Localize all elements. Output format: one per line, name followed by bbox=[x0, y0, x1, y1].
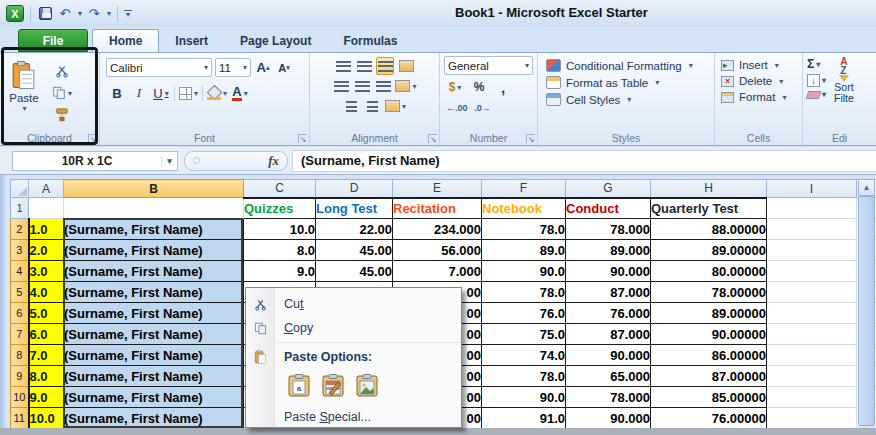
alignment-dialog-launcher-icon[interactable]: ↘ bbox=[428, 134, 437, 143]
cell-G4[interactable]: 90.000 bbox=[566, 261, 651, 282]
tab-insert[interactable]: Insert bbox=[159, 29, 224, 52]
cut-menuitem[interactable]: Cut bbox=[246, 292, 461, 316]
cell-F1[interactable]: Notebook bbox=[482, 198, 566, 219]
redo-caret-icon[interactable]: ▾ bbox=[107, 9, 111, 18]
row-header-6[interactable]: 6 bbox=[11, 303, 29, 324]
cell-F2[interactable]: 78.0 bbox=[482, 219, 566, 240]
top-align-button[interactable] bbox=[334, 57, 352, 75]
cell-D2[interactable]: 22.00 bbox=[316, 219, 393, 240]
decrease-indent-button[interactable] bbox=[343, 97, 361, 115]
cell-A4[interactable]: 3.0 bbox=[29, 261, 64, 282]
cell-G3[interactable]: 89.000 bbox=[566, 240, 651, 261]
shrink-font-button[interactable]: A▾ bbox=[275, 59, 293, 77]
cell-H2[interactable]: 88.00000 bbox=[651, 219, 767, 240]
cell-F3[interactable]: 89.0 bbox=[482, 240, 566, 261]
cell-G7[interactable]: 87.000 bbox=[566, 324, 651, 345]
font-size-select[interactable]: 11▾ bbox=[215, 58, 251, 77]
format-as-table-button[interactable]: Format as Table bbox=[546, 76, 712, 89]
cell-H7[interactable]: 90.00000 bbox=[651, 324, 767, 345]
cell-H8[interactable]: 86.00000 bbox=[651, 345, 767, 366]
cell-I3[interactable] bbox=[767, 240, 857, 261]
format-painter-button[interactable] bbox=[52, 106, 72, 124]
align-left-button[interactable] bbox=[332, 77, 350, 95]
row-header-8[interactable]: 8 bbox=[11, 345, 29, 366]
cell-A3[interactable]: 2.0 bbox=[29, 240, 64, 261]
grow-font-button[interactable]: A▴ bbox=[254, 59, 272, 77]
paste-option-formatting-button[interactable] bbox=[320, 373, 346, 399]
borders-button[interactable] bbox=[179, 84, 198, 102]
delete-button[interactable]: Delete bbox=[721, 75, 800, 87]
cell-A10[interactable]: 9.0 bbox=[29, 387, 64, 408]
row-header-7[interactable]: 7 bbox=[11, 324, 29, 345]
clear-button[interactable] bbox=[807, 90, 826, 99]
cell-H10[interactable]: 85.00000 bbox=[651, 387, 767, 408]
cell-I7[interactable] bbox=[767, 324, 857, 345]
cell-F7[interactable]: 75.0 bbox=[482, 324, 566, 345]
save-button[interactable] bbox=[37, 5, 53, 23]
excel-logo-icon[interactable]: X bbox=[6, 5, 24, 22]
cell-I1[interactable] bbox=[767, 198, 857, 219]
cell-D3[interactable]: 45.00 bbox=[316, 240, 393, 261]
cell-E2[interactable]: 234.000 bbox=[393, 219, 482, 240]
wrap-text-button[interactable] bbox=[385, 97, 406, 115]
cell-H11[interactable]: 76.00000 bbox=[651, 408, 767, 429]
cell-C2[interactable]: 10.0 bbox=[244, 219, 316, 240]
cell-D4[interactable]: 45.00 bbox=[316, 261, 393, 282]
cell-A8[interactable]: 7.0 bbox=[29, 345, 64, 366]
column-header-C[interactable]: C bbox=[244, 180, 316, 198]
cell-G6[interactable]: 76.000 bbox=[566, 303, 651, 324]
conditional-formatting-button[interactable]: Conditional Formatting bbox=[546, 59, 712, 72]
cell-H5[interactable]: 78.00000 bbox=[651, 282, 767, 303]
orientation-button[interactable] bbox=[397, 57, 415, 75]
italic-button[interactable]: I bbox=[130, 84, 148, 102]
cell-D1[interactable]: Long Test bbox=[316, 198, 393, 219]
cell-B11[interactable]: (Surname, First Name) bbox=[64, 408, 244, 429]
paste-option-picture-button[interactable] bbox=[354, 373, 380, 399]
row-header-1[interactable]: 1 bbox=[11, 198, 29, 219]
paste-special-menuitem[interactable]: Paste Special... bbox=[246, 405, 461, 429]
comma-button[interactable]: , bbox=[494, 78, 512, 96]
insert-button[interactable]: Insert bbox=[721, 59, 800, 71]
cell-F6[interactable]: 76.0 bbox=[482, 303, 566, 324]
vertical-scrollbar[interactable]: ▲ bbox=[858, 179, 875, 428]
paste-caret-icon[interactable]: ▾ bbox=[22, 104, 26, 113]
cell-I5[interactable] bbox=[767, 282, 857, 303]
decrease-decimal-button[interactable]: .0→ bbox=[474, 99, 492, 117]
cell-A9[interactable]: 8.0 bbox=[29, 366, 64, 387]
cell-B4[interactable]: (Surname, First Name) bbox=[64, 261, 244, 282]
cell-G10[interactable]: 78.000 bbox=[566, 387, 651, 408]
cell-F11[interactable]: 91.0 bbox=[482, 408, 566, 429]
fx-button[interactable]: fx bbox=[184, 151, 288, 171]
cell-A7[interactable]: 6.0 bbox=[29, 324, 64, 345]
cell-B2[interactable]: (Surname, First Name) bbox=[64, 219, 244, 240]
formula-input[interactable]: (Surname, First Name) bbox=[292, 150, 876, 172]
tab-file[interactable]: File bbox=[18, 29, 88, 52]
cell-H4[interactable]: 80.00000 bbox=[651, 261, 767, 282]
percent-button[interactable]: % bbox=[470, 78, 488, 96]
cell-G1[interactable]: Conduct bbox=[566, 198, 651, 219]
cell-E3[interactable]: 56.000 bbox=[393, 240, 482, 261]
column-header-D[interactable]: D bbox=[316, 180, 393, 198]
cell-C3[interactable]: 8.0 bbox=[244, 240, 316, 261]
undo-button[interactable]: ↶ bbox=[57, 5, 73, 23]
format-button[interactable]: Format bbox=[721, 91, 800, 103]
middle-align-button[interactable] bbox=[355, 57, 373, 75]
redo-button[interactable]: ↷ bbox=[86, 5, 102, 23]
paste-option-paste-button[interactable]: a bbox=[286, 373, 312, 399]
cell-I9[interactable] bbox=[767, 366, 857, 387]
sort-filter-button[interactable]: AZ Sort Filte bbox=[834, 57, 854, 129]
cell-I11[interactable] bbox=[767, 408, 857, 429]
undo-caret-icon[interactable]: ▾ bbox=[78, 9, 82, 18]
cell-B3[interactable]: (Surname, First Name) bbox=[64, 240, 244, 261]
merge-center-button[interactable] bbox=[395, 77, 416, 95]
cell-G8[interactable]: 90.000 bbox=[566, 345, 651, 366]
autosum-button[interactable]: Σ bbox=[807, 57, 826, 71]
cell-I8[interactable] bbox=[767, 345, 857, 366]
tab-page-layout[interactable]: Page Layout bbox=[224, 29, 327, 52]
number-dialog-launcher-icon[interactable]: ↘ bbox=[526, 134, 535, 143]
cell-F5[interactable]: 78.0 bbox=[482, 282, 566, 303]
font-family-select[interactable]: Calibri▾ bbox=[106, 58, 212, 77]
cell-F10[interactable]: 90.0 bbox=[482, 387, 566, 408]
column-header-B[interactable]: B bbox=[64, 180, 244, 198]
cell-B5[interactable]: (Surname, First Name) bbox=[64, 282, 244, 303]
